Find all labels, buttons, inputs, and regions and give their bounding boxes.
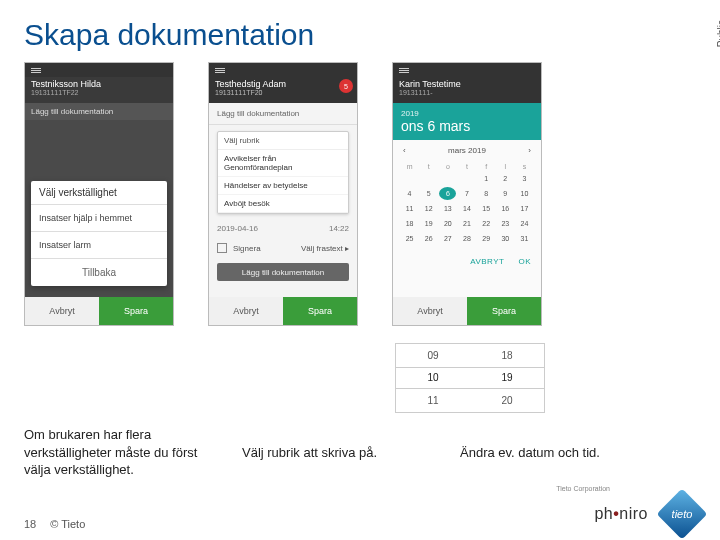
- page-footer: 18 © Tieto: [24, 518, 85, 530]
- s2-frastext-link[interactable]: Välj frastext ▸: [301, 244, 349, 253]
- calendar-dow: t: [458, 163, 475, 170]
- caption-2: Välj rubrik att skriva på.: [242, 426, 426, 479]
- calendar-day[interactable]: 4: [401, 187, 418, 200]
- calendar-day[interactable]: 14: [458, 202, 475, 215]
- s2-drop-item-3[interactable]: Avböjt besök: [218, 195, 348, 213]
- phoniro-logo: ph•niro: [594, 505, 648, 523]
- calendar-day[interactable]: 29: [478, 232, 495, 245]
- s2-section-label: Lägg till dokumentation: [209, 103, 357, 125]
- s2-drop-item-1[interactable]: Avvikelser från Genomförandeplan: [218, 150, 348, 177]
- calendar-day[interactable]: 6: [439, 187, 456, 200]
- time-hour-next[interactable]: 11: [396, 389, 470, 412]
- caption-1: Om brukaren har flera verkställigheter m…: [24, 426, 208, 479]
- screenshot-2: Testhedstig Adam 19131111TF20 5 Lägg til…: [208, 62, 358, 326]
- caption-3: Ändra ev. datum och tid.: [460, 426, 644, 479]
- s2-time-from[interactable]: 2019-04-16: [217, 224, 258, 233]
- calendar-day[interactable]: 22: [478, 217, 495, 230]
- logos: ph•niro tieto: [594, 496, 700, 532]
- s2-drop-item-2[interactable]: Händelser av betydelse: [218, 177, 348, 195]
- calendar-day[interactable]: 12: [420, 202, 437, 215]
- s1-cancel-button[interactable]: Avbryt: [25, 297, 99, 325]
- s1-section-label: Lägg till dokumentation: [25, 103, 173, 120]
- calendar-day[interactable]: 27: [439, 232, 456, 245]
- calendar-day[interactable]: 26: [420, 232, 437, 245]
- s2-signera-label: Signera: [233, 244, 261, 253]
- calendar-day: [401, 172, 418, 185]
- calendar-month-label: mars 2019: [448, 146, 486, 155]
- time-hour-selected[interactable]: 10: [396, 367, 470, 390]
- s1-option-1[interactable]: Insatser hjälp i hemmet: [31, 204, 167, 231]
- page-number: 18: [24, 518, 36, 530]
- chevron-right-icon[interactable]: ›: [528, 146, 531, 155]
- calendar-day[interactable]: 23: [497, 217, 514, 230]
- calendar-day[interactable]: 20: [439, 217, 456, 230]
- s2-rubrik-dropdown[interactable]: Välj rubrik Avvikelser från Genomförande…: [217, 131, 349, 214]
- calendar-dow: s: [516, 163, 533, 170]
- s1-save-button[interactable]: Spara: [99, 297, 173, 325]
- calendar-day[interactable]: 10: [516, 187, 533, 200]
- calendar-date-label: ons 6 mars: [401, 118, 533, 134]
- time-min-prev[interactable]: 18: [470, 344, 544, 367]
- calendar-header: 2019 ons 6 mars: [393, 103, 541, 140]
- calendar-day[interactable]: 1: [478, 172, 495, 185]
- s2-add-doc-button[interactable]: Lägg till dokumentation: [217, 263, 349, 281]
- calendar-day[interactable]: 11: [401, 202, 418, 215]
- calendar-day[interactable]: 5: [420, 187, 437, 200]
- calendar-day[interactable]: 3: [516, 172, 533, 185]
- calendar-day[interactable]: 19: [420, 217, 437, 230]
- calendar-day[interactable]: 16: [497, 202, 514, 215]
- calendar-day[interactable]: 28: [458, 232, 475, 245]
- copyright: © Tieto: [50, 518, 85, 530]
- s2-time-row: 2019-04-16 14:22: [209, 220, 357, 237]
- calendar-day[interactable]: 21: [458, 217, 475, 230]
- calendar-day[interactable]: 15: [478, 202, 495, 215]
- s2-footer: Avbryt Spara: [209, 297, 357, 325]
- s3-user-name: Karin Testetime: [399, 79, 535, 89]
- calendar-ok-button[interactable]: OK: [518, 257, 531, 266]
- hamburger-icon[interactable]: [215, 68, 225, 73]
- calendar-day[interactable]: 25: [401, 232, 418, 245]
- calendar-dow: l: [497, 163, 514, 170]
- s1-topbar: [25, 63, 173, 77]
- s2-user-id: 19131111TF20: [215, 89, 351, 96]
- calendar-dow: t: [420, 163, 437, 170]
- s2-drop-header: Välj rubrik: [218, 132, 348, 150]
- hamburger-icon[interactable]: [31, 68, 41, 73]
- calendar-day[interactable]: 13: [439, 202, 456, 215]
- checkbox-icon[interactable]: [217, 243, 227, 253]
- s2-time-to[interactable]: 14:22: [329, 224, 349, 233]
- calendar-day[interactable]: 7: [458, 187, 475, 200]
- calendar-day[interactable]: 9: [497, 187, 514, 200]
- s1-back-button[interactable]: Tillbaka: [31, 258, 167, 286]
- s2-signera-row: Signera Välj frastext ▸: [209, 237, 357, 259]
- calendar-day[interactable]: 18: [401, 217, 418, 230]
- s3-user-id: 19131111-: [399, 89, 535, 96]
- calendar-month-nav: ‹ mars 2019 ›: [393, 140, 541, 161]
- time-min-selected[interactable]: 19: [470, 367, 544, 390]
- time-hour-prev[interactable]: 09: [396, 344, 470, 367]
- s1-option-2[interactable]: Insatser larm: [31, 231, 167, 258]
- hamburger-icon[interactable]: [399, 68, 409, 73]
- time-min-next[interactable]: 20: [470, 389, 544, 412]
- calendar-grid[interactable]: mtotfls123456789101112131415161718192021…: [393, 161, 541, 251]
- s3-save-button[interactable]: Spara: [467, 297, 541, 325]
- s2-cancel-button[interactable]: Avbryt: [209, 297, 283, 325]
- s1-footer: Avbryt Spara: [25, 297, 173, 325]
- notification-badge[interactable]: 5: [339, 79, 353, 93]
- calendar-day[interactable]: 8: [478, 187, 495, 200]
- calendar-day[interactable]: 30: [497, 232, 514, 245]
- calendar-day: [439, 172, 456, 185]
- s2-save-button[interactable]: Spara: [283, 297, 357, 325]
- calendar-day[interactable]: 24: [516, 217, 533, 230]
- captions-row: Om brukaren har flera verkställigheter m…: [24, 426, 644, 479]
- calendar-day[interactable]: 2: [497, 172, 514, 185]
- calendar-year: 2019: [401, 109, 533, 118]
- chevron-left-icon[interactable]: ‹: [403, 146, 406, 155]
- calendar-day[interactable]: 17: [516, 202, 533, 215]
- s2-header: Testhedstig Adam 19131111TF20: [209, 77, 357, 103]
- calendar-cancel-button[interactable]: AVBRYT: [470, 257, 504, 266]
- calendar-day[interactable]: 31: [516, 232, 533, 245]
- calendar-dow: f: [478, 163, 495, 170]
- time-picker[interactable]: 09 18 10 19 11 20: [395, 343, 545, 413]
- s3-cancel-button[interactable]: Avbryt: [393, 297, 467, 325]
